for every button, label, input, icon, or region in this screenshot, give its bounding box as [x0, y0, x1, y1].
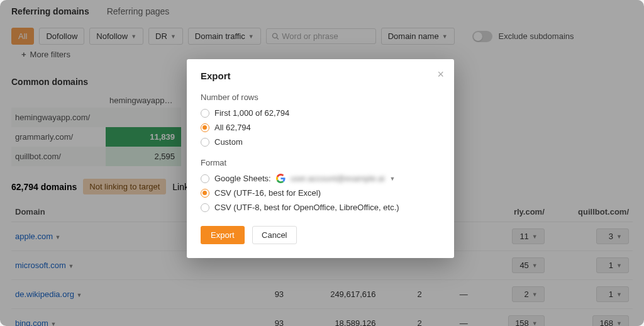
- radio-icon: [201, 203, 209, 212]
- google-icon: [276, 174, 286, 183]
- export-modal: × Export Number of rows First 1,000 of 6…: [187, 59, 454, 258]
- cancel-button[interactable]: Cancel: [252, 226, 296, 244]
- radio-all[interactable]: All 62,794: [201, 120, 440, 135]
- rows-group-label: Number of rows: [201, 93, 440, 102]
- radio-icon: [201, 123, 209, 132]
- radio-csv-utf8[interactable]: CSV (UTF-8, best for OpenOffice, LibreOf…: [201, 200, 440, 215]
- radio-csv-utf16[interactable]: CSV (UTF-16, best for Excel): [201, 186, 440, 200]
- google-account: user.account@example.ai: [291, 174, 385, 183]
- radio-icon: [201, 189, 209, 198]
- export-button[interactable]: Export: [201, 226, 245, 244]
- radio-custom[interactable]: Custom: [201, 135, 440, 149]
- radio-icon: [201, 174, 209, 183]
- radio-icon: [201, 138, 209, 147]
- modal-title: Export: [201, 70, 440, 81]
- radio-icon: [201, 109, 209, 118]
- chevron-down-icon: ▼: [389, 176, 395, 182]
- radio-first-1000[interactable]: First 1,000 of 62,794: [201, 106, 440, 120]
- close-icon[interactable]: ×: [437, 68, 444, 81]
- radio-google-sheets[interactable]: Google Sheets: user.account@example.ai ▼: [201, 171, 440, 186]
- format-group-label: Format: [201, 158, 440, 167]
